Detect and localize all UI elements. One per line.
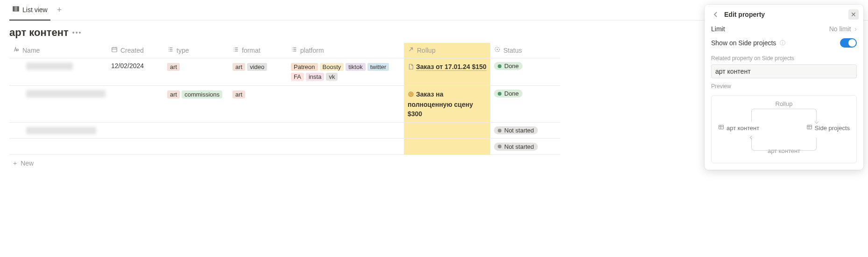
cell-type: artcommissions (163, 85, 229, 122)
svg-rect-5 (719, 125, 724, 129)
rollup-page-link[interactable]: Заказ от 17.01.24 $150 (408, 63, 487, 70)
cell-platform (287, 139, 404, 155)
target-icon (408, 90, 414, 100)
tab-list-view[interactable]: List view (9, 0, 50, 21)
status-prop-icon (494, 46, 501, 54)
property-edit-panel: Edit property ✕ Limit No limit › Show on… (705, 5, 863, 170)
close-button[interactable]: ✕ (848, 9, 859, 20)
cell-created (107, 122, 163, 139)
cell-created (107, 85, 163, 122)
status-pill: Not started (494, 126, 538, 134)
table-row[interactable]: xxxxxNot started (9, 122, 560, 139)
cell-platform (287, 122, 404, 139)
show-on-label: Show on Side projects (711, 39, 776, 47)
col-header-created[interactable]: Created (107, 43, 163, 58)
show-on-row: Show on Side projects ⓘ (705, 35, 863, 50)
cell-rollup: Заказ от 17.01.24 $150 (404, 58, 490, 85)
svg-rect-6 (807, 125, 812, 129)
table-icon (718, 124, 724, 132)
tag-commissions: commissions (182, 90, 222, 98)
cell-type (163, 122, 229, 139)
cell-created: 12/02/2024 (107, 58, 163, 85)
multiselect-icon (167, 46, 174, 54)
tag-art: art (167, 90, 180, 98)
col-header-format[interactable]: format (229, 43, 287, 58)
cell-status: Not started (490, 122, 560, 139)
cell-format: art (229, 85, 287, 122)
cell-status: Done (490, 85, 560, 122)
tag-art: art (167, 63, 180, 71)
cell-status: Done (490, 58, 560, 85)
table-icon (12, 5, 20, 14)
row-title-blurred: xxxxx (26, 63, 73, 70)
show-on-toggle[interactable] (840, 38, 857, 48)
db-title-menu[interactable]: ••• (72, 29, 82, 36)
page-icon (408, 63, 414, 72)
limit-value: No limit (829, 25, 851, 33)
tag-patreon: Patreon (291, 63, 318, 71)
table-row[interactable]: xxxxx12/02/2024artartvideoPatreonBoostyt… (9, 58, 560, 85)
multiselect-icon (291, 46, 297, 54)
row-title-blurred: xxxxx (26, 127, 96, 134)
tab-label: List view (22, 6, 48, 14)
limit-label: Limit (711, 25, 725, 33)
title-prop-icon (13, 46, 20, 54)
back-button[interactable] (711, 10, 720, 19)
help-icon[interactable]: ⓘ (780, 39, 785, 47)
related-property-input[interactable]: арт контент (711, 64, 857, 78)
db-title[interactable]: арт контент (9, 27, 69, 39)
svg-point-2 (497, 49, 498, 50)
preview-label: Preview (705, 78, 863, 92)
preview-rollup-label: Rollup (715, 100, 853, 107)
tag-boosty: Boosty (320, 63, 344, 71)
related-property-label: Related property on Side projects (705, 50, 863, 64)
tag-insta: insta (306, 73, 324, 81)
new-row-label: New (21, 160, 34, 167)
preview-left-node: арт контент (718, 124, 759, 132)
col-header-status[interactable]: Status (490, 43, 560, 58)
tag-art: art (233, 63, 245, 71)
cell-rollup (404, 139, 490, 155)
status-pill: Not started (494, 143, 538, 151)
cell-status: Not started (490, 139, 560, 155)
chevron-right-icon: › (854, 25, 857, 33)
table-icon (806, 124, 812, 132)
cell-platform (287, 85, 404, 122)
svg-rect-0 (112, 48, 117, 52)
cell-format (229, 139, 287, 155)
tag-art: art (233, 90, 245, 98)
limit-row[interactable]: Limit No limit › (705, 22, 863, 35)
row-title-blurred: xxxxx (26, 90, 106, 97)
col-header-type[interactable]: type (163, 43, 229, 58)
cell-rollup: Заказ на полноценную сцену $300 (404, 85, 490, 122)
cell-created (107, 139, 163, 155)
cell-type: art (163, 58, 229, 85)
tag-vk: vk (326, 73, 338, 81)
plus-icon: + (13, 160, 17, 167)
rollup-page-link[interactable]: Заказ на полноценную сцену $300 (408, 90, 473, 118)
cell-rollup (404, 122, 490, 139)
col-header-rollup[interactable]: Rollup (404, 43, 490, 58)
tag-twitter: twitter (367, 63, 389, 71)
rollup-arrow-icon (408, 46, 414, 54)
col-header-name[interactable]: Name (9, 43, 107, 58)
multiselect-icon (233, 46, 239, 54)
database-table: Name Created type format platform Rollup (9, 43, 560, 155)
preview-diagram: Rollup арт контент Side projects арт кон… (711, 95, 857, 163)
svg-point-4 (410, 93, 412, 95)
status-pill: Done (494, 62, 522, 70)
table-row[interactable]: xxxxxartcommissionsartЗаказ на полноценн… (9, 85, 560, 122)
col-header-platform[interactable]: platform (287, 43, 404, 58)
svg-point-3 (409, 92, 413, 97)
cell-platform: PatreonBoostytiktoktwitterFAinstavk (287, 58, 404, 85)
tag-video: video (247, 63, 267, 71)
calendar-icon (111, 46, 118, 54)
tag-tiktok: tiktok (346, 63, 365, 71)
add-view-button[interactable]: + (54, 3, 65, 17)
cell-type (163, 139, 229, 155)
cell-format (229, 122, 287, 139)
table-row[interactable]: Not started (9, 139, 560, 155)
preview-right-node: Side projects (806, 124, 850, 132)
tag-fa: FA (291, 73, 304, 81)
cell-format: artvideo (229, 58, 287, 85)
